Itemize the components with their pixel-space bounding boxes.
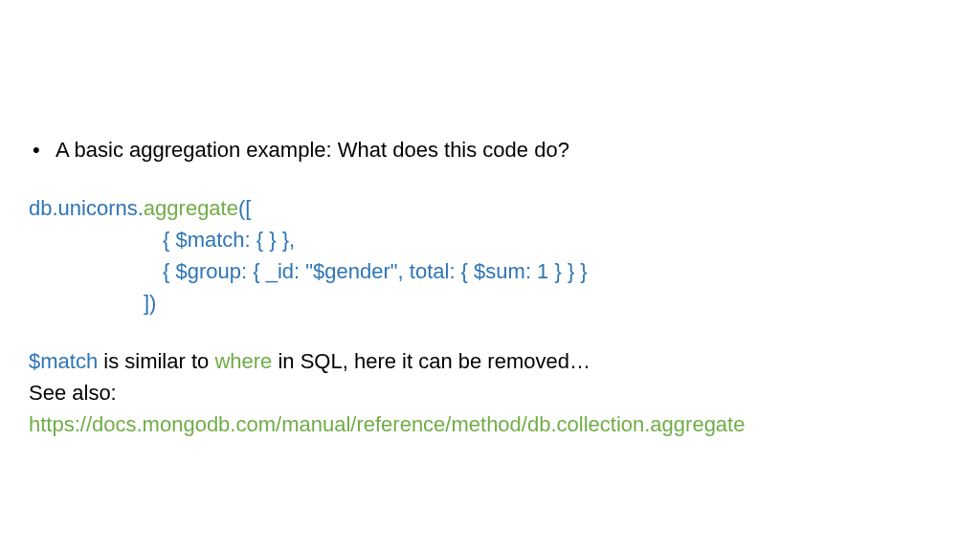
code-db-prefix: db.unicorns. [29, 196, 144, 220]
where-keyword: where [214, 349, 272, 373]
code-block: db.unicorns.aggregate([ { $match: { } },… [29, 192, 951, 319]
match-keyword: $match [29, 349, 98, 373]
bullet-text: A basic aggregation example: What does t… [56, 134, 951, 165]
explanation-block: $match is similar to where in SQL, here … [29, 345, 951, 440]
code-open-bracket: ([ [238, 196, 251, 220]
reference-link[interactable]: https://docs.mongodb.com/manual/referenc… [29, 412, 745, 436]
reference-link-line: https://docs.mongodb.com/manual/referenc… [29, 408, 951, 440]
explain-text-2: in SQL, here it can be removed… [272, 349, 590, 373]
code-aggregate-keyword: aggregate [144, 196, 238, 220]
code-line-4: ]) [29, 287, 951, 319]
see-also-label: See also: [29, 377, 951, 408]
slide: • A basic aggregation example: What does… [0, 0, 980, 551]
code-line-2: { $match: { } }, [29, 224, 951, 255]
bullet-item: • A basic aggregation example: What does… [29, 134, 951, 165]
explain-text-1: is similar to [98, 349, 214, 373]
bullet-dot: • [29, 134, 56, 165]
code-line-1: db.unicorns.aggregate([ [29, 192, 951, 224]
code-line-3: { $group: { _id: "$gender", total: { $su… [29, 255, 951, 287]
explanation-line-1: $match is similar to where in SQL, here … [29, 345, 951, 377]
